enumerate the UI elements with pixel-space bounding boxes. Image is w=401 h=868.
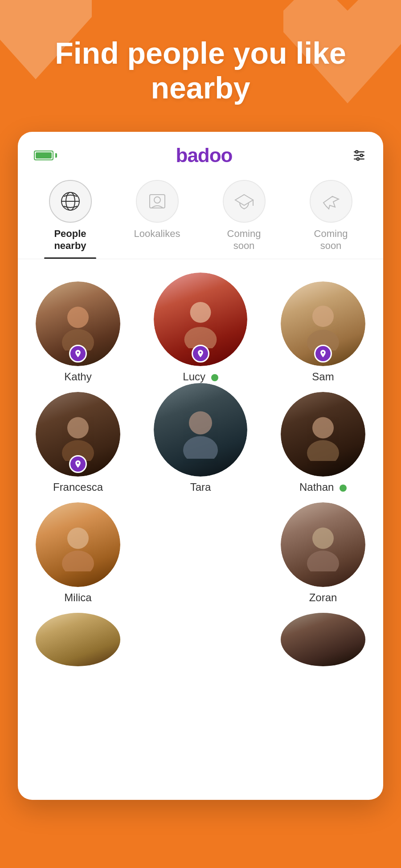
tab-plane-icon [310,180,352,223]
svg-point-21 [189,412,212,435]
tab-coming-soon-1[interactable]: Comingsoon [200,180,287,259]
person-lucy[interactable]: Lucy [154,273,247,383]
svg-point-15 [190,302,211,323]
hero-title: Find people you like nearby [27,36,374,105]
svg-point-4 [360,155,363,157]
app-card: badoo People [18,132,383,800]
person-sam[interactable]: Sam [281,281,365,383]
svg-point-17 [312,306,334,327]
tab-graduation-icon [223,180,266,223]
svg-point-19 [67,417,89,439]
kathy-name: Kathy [64,371,91,383]
person-francesca[interactable]: Francesca [36,392,120,493]
francesca-name: Francesca [53,481,103,493]
people-section: Kathy [18,259,383,675]
tab-coming-soon-2-label: Comingsoon [314,228,348,252]
tabs-container: Peoplenearby Lookalikes [18,175,383,259]
tab-coming-soon-2[interactable]: Comingsoon [287,180,374,259]
svg-point-24 [307,440,339,461]
person-milica[interactable]: Milica [36,502,120,604]
tab-people-nearby[interactable]: Peoplenearby [27,180,114,259]
battery-icon [34,151,57,160]
tab-lookalikes-icon [136,180,179,223]
person-kathy[interactable]: Kathy [36,281,120,383]
person-tara[interactable]: Nathan [281,392,365,493]
tab-people-nearby-icon [49,180,92,223]
francesca-location-pin [69,455,87,473]
person-nathan[interactable]: Tara [154,383,247,493]
tab-lookalikes[interactable]: Lookalikes [114,180,200,259]
svg-point-25 [67,528,89,549]
tab-coming-soon-1-label: Comingsoon [227,228,261,252]
person-zoran[interactable]: Zoran [281,502,365,604]
svg-point-13 [67,307,89,328]
tara-online-dot [340,485,347,492]
svg-point-26 [62,550,94,571]
tab-people-nearby-label: Peoplenearby [54,228,86,252]
sam-name: Sam [312,371,334,383]
nathan-name: Tara [190,481,211,493]
svg-point-3 [356,151,358,153]
tab-lookalikes-label: Lookalikes [134,228,180,240]
milica-name: Milica [64,591,91,604]
app-logo: badoo [176,144,233,167]
lucy-location-pin [192,345,209,363]
svg-point-5 [357,158,359,160]
svg-point-22 [183,436,218,459]
app-header: badoo [18,132,383,175]
svg-point-10 [154,197,160,203]
sam-location-pin [314,345,332,363]
lucy-name: Lucy [183,371,218,383]
filter-button[interactable] [351,147,367,163]
svg-marker-11 [235,195,253,205]
zoran-name: Zoran [309,591,337,604]
lucy-online-dot [211,374,218,381]
svg-point-28 [307,550,339,571]
tara-name: Nathan [299,481,347,493]
svg-point-23 [312,417,334,439]
svg-point-27 [312,528,334,549]
hero-section: Find people you like nearby [0,0,401,132]
kathy-location-pin [69,345,87,363]
